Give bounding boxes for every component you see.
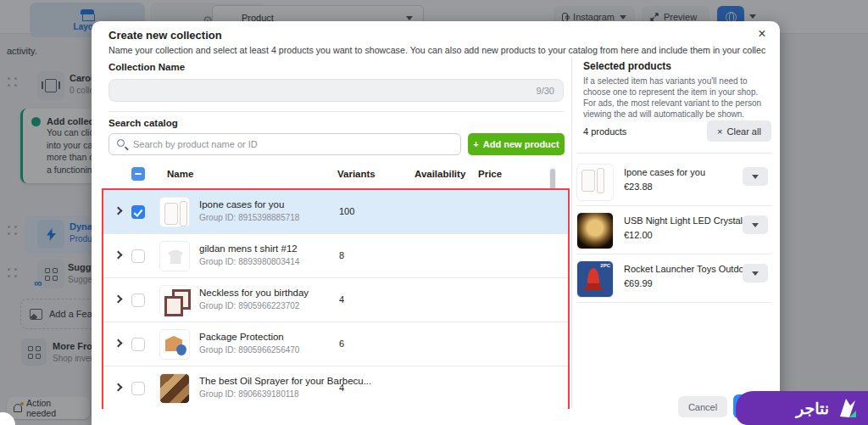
row-checkbox-checked[interactable]	[131, 205, 145, 219]
watermark-banner: نتاجر	[736, 391, 868, 425]
product-name: Neckless for you birthday	[199, 288, 309, 298]
clear-all-label: Clear all	[727, 126, 761, 137]
selected-products-title: Selected products	[583, 60, 671, 72]
modal-description: Name your collection and select at least…	[108, 45, 765, 55]
product-badge: 2PC	[600, 263, 610, 268]
divider	[571, 57, 572, 408]
chevron-down-icon	[752, 271, 759, 276]
product-variants: 6	[339, 338, 344, 349]
row-checkbox[interactable]	[131, 249, 145, 263]
product-thumbnail	[159, 373, 190, 404]
modal-title: Create new collection	[108, 29, 222, 42]
add-new-product-label: Add new product	[483, 139, 559, 149]
plus-icon: +	[473, 139, 478, 149]
create-collection-modal: Create new collection × Name your collec…	[92, 21, 780, 425]
chevron-down-icon	[752, 175, 759, 179]
product-group-id: Group ID: 8905966256470	[199, 345, 299, 355]
selected-products-description: If a selected item has variants you'll n…	[583, 75, 766, 120]
expand-chevron-icon[interactable]	[114, 207, 123, 215]
clear-all-button[interactable]: × Clear all	[707, 120, 771, 142]
char-counter: 9/30	[537, 86, 554, 96]
selected-product-card: Ipone cases for you €23.88	[576, 159, 771, 206]
product-thumbnail	[159, 329, 190, 360]
close-icon: ×	[717, 126, 722, 137]
product-name: USB Night Light LED Crystal Ball ...	[624, 215, 749, 226]
selected-product-card: 2PC Rocket Launcher Toys Outdoor Pr... €…	[576, 255, 771, 303]
product-variants: 8	[339, 250, 344, 260]
collection-name-label: Collection Name	[108, 62, 185, 72]
product-name: Ipone cases for you	[199, 199, 284, 210]
select-all-checkbox[interactable]	[131, 167, 145, 181]
product-price: €23.88	[624, 182, 653, 192]
table-row[interactable]: Package Protection Group ID: 89059662564…	[103, 322, 568, 366]
expand-chevron-icon[interactable]	[114, 251, 123, 260]
product-name: Ipone cases for you	[624, 167, 749, 177]
product-group-id: Group ID: 8915398885718	[199, 213, 299, 222]
divider	[576, 153, 771, 154]
product-thumbnail	[159, 197, 190, 227]
variant-dropdown-button[interactable]	[743, 264, 768, 282]
watermark-text: نتاجر	[796, 399, 829, 418]
product-name: gildan mens t shirt #12	[199, 243, 298, 254]
selected-product-card: USB Night Light LED Crystal Ball ... €12…	[576, 207, 771, 254]
product-thumbnail	[159, 285, 190, 316]
product-variants: 4	[339, 294, 344, 305]
search-input[interactable]	[133, 134, 455, 154]
row-checkbox[interactable]	[131, 338, 145, 351]
product-thumbnail: 2PC	[576, 260, 614, 298]
product-variants: 100	[339, 206, 354, 216]
row-checkbox[interactable]	[131, 382, 145, 395]
expand-chevron-icon[interactable]	[114, 295, 123, 304]
product-name: Package Protection	[199, 332, 284, 342]
chevron-down-icon	[752, 223, 759, 227]
catalog-table: Ipone cases for you Group ID: 8915398885…	[102, 188, 570, 409]
cancel-button[interactable]: Cancel	[678, 396, 727, 417]
search-icon	[117, 139, 125, 147]
column-availability: Availability	[415, 169, 465, 179]
variant-dropdown-button[interactable]	[743, 167, 768, 186]
screen: Layout ⚙ Product Instagram Preview activ…	[0, 0, 868, 425]
variant-dropdown-button[interactable]	[743, 215, 768, 234]
row-checkbox[interactable]	[131, 294, 145, 307]
search-catalog-label: Search catalog	[108, 118, 178, 128]
add-new-product-button[interactable]: + Add new product	[468, 133, 565, 155]
table-row[interactable]: gildan mens t shirt #12 Group ID: 889398…	[103, 234, 568, 278]
product-name: Rocket Launcher Toys Outdoor Pr...	[624, 264, 749, 274]
close-icon[interactable]: ×	[753, 26, 771, 45]
product-price: €12.00	[624, 230, 653, 240]
divider	[108, 111, 564, 112]
product-group-id: Group ID: 8906639180118	[199, 389, 299, 399]
product-group-id: Group ID: 8893980803414	[199, 257, 299, 266]
product-name: The best Oil Sprayer for your Barbecu...	[199, 376, 371, 386]
search-field	[108, 133, 461, 155]
product-thumbnail	[576, 212, 614, 249]
table-row[interactable]: Ipone cases for you Group ID: 8915398885…	[103, 190, 568, 234]
expand-chevron-icon[interactable]	[114, 339, 123, 348]
table-row[interactable]: Neckless for you birthday Group ID: 8905…	[103, 278, 568, 322]
product-price: €69.99	[624, 278, 653, 288]
column-name: Name	[167, 169, 193, 179]
watermark-logo-icon	[837, 398, 858, 418]
expand-chevron-icon[interactable]	[114, 383, 123, 392]
column-variants: Variants	[337, 169, 376, 179]
product-thumbnail	[159, 241, 190, 271]
table-row[interactable]: The best Oil Sprayer for your Barbecu...…	[103, 366, 568, 411]
selected-count: 4 products	[583, 126, 626, 137]
collection-name-input[interactable]: 9/30	[108, 79, 564, 102]
product-thumbnail	[576, 164, 614, 201]
product-group-id: Group ID: 8905966223702	[199, 301, 299, 310]
product-variants: 4	[339, 383, 344, 393]
column-price: Price	[478, 169, 502, 179]
